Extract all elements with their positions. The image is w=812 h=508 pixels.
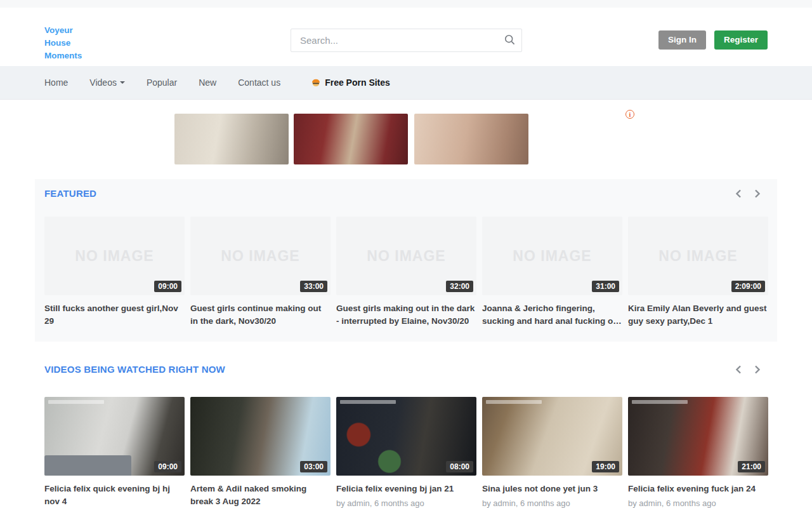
next-arrow-icon[interactable]: [752, 364, 763, 375]
video-thumbnail[interactable]: 09:00: [44, 397, 185, 476]
video-thumbnail[interactable]: NO IMAGE 33:00: [190, 217, 331, 295]
nav-item-free-porn-sites[interactable]: Free Porn Sites: [311, 77, 390, 89]
video-card[interactable]: NO IMAGE 31:00 Joanna & Jericho fingerin…: [482, 217, 622, 328]
video-card[interactable]: 21:00 Felicia felix evening fuck jan 24 …: [628, 397, 768, 508]
search-button[interactable]: [497, 29, 521, 51]
video-title[interactable]: Felicia felix quick evening bj hj nov 4: [44, 483, 185, 508]
video-title[interactable]: Felicia felix evening fuck jan 24: [628, 483, 768, 495]
search-bar: [291, 29, 522, 52]
ad-thumbnail[interactable]: [174, 114, 289, 164]
featured-section-title: FEATURED: [44, 188, 96, 199]
helmet-face-icon: [311, 77, 321, 89]
video-thumbnail[interactable]: NO IMAGE 31:00: [482, 217, 622, 295]
video-thumbnail[interactable]: 03:00: [190, 397, 331, 476]
video-title[interactable]: Still fucks another guest girl,Nov 29: [44, 302, 185, 328]
chevron-down-icon: [120, 81, 125, 84]
no-image-placeholder: NO IMAGE: [221, 248, 299, 265]
cctv-timestamp-overlay: [632, 400, 688, 404]
no-image-placeholder: NO IMAGE: [75, 248, 154, 265]
video-thumbnail[interactable]: 21:00: [628, 397, 768, 476]
video-card[interactable]: 03:00 Artem & Adil naked smoking break 3…: [190, 397, 331, 508]
logo-line-3: Moments: [44, 50, 82, 62]
video-title[interactable]: Artem & Adil naked smoking break 3 Aug 2…: [190, 483, 331, 508]
duration-badge: 08:00: [446, 461, 473, 472]
logo-line-1: Voyeur: [44, 24, 82, 37]
video-card[interactable]: 08:00 Felicia felix evening bj jan 21 by…: [336, 397, 476, 508]
video-thumbnail[interactable]: 19:00: [482, 397, 622, 476]
main-navbar: Home Videos Popular New Contact us: [0, 66, 812, 100]
video-thumbnail[interactable]: NO IMAGE 2:09:00: [628, 217, 768, 295]
nav-item-new[interactable]: New: [199, 77, 216, 88]
duration-badge: 32:00: [446, 281, 473, 292]
nav-item-videos[interactable]: Videos: [89, 77, 125, 88]
auth-buttons: Sign In Register: [658, 30, 768, 50]
carousel-controls: [733, 189, 768, 199]
next-arrow-icon[interactable]: [752, 189, 763, 199]
video-thumbnail[interactable]: 08:00: [336, 397, 476, 476]
nav-item-label: Contact us: [238, 77, 280, 88]
video-title[interactable]: Guest girls continue making out in the d…: [190, 302, 331, 328]
top-strip: [0, 0, 812, 8]
nav-item-label: Videos: [89, 77, 117, 88]
video-title[interactable]: Kira Emily Alan Beverly and guest guy se…: [628, 302, 768, 328]
site-logo[interactable]: Voyeur House Moments: [44, 24, 82, 62]
duration-badge: 09:00: [154, 281, 181, 292]
duration-badge: 19:00: [592, 461, 619, 472]
video-card[interactable]: 09:00 Felicia felix quick evening bj hj …: [44, 397, 185, 508]
video-card[interactable]: 19:00 Sina jules not done yet jun 3 by a…: [482, 397, 622, 508]
duration-badge: 09:00: [154, 461, 181, 472]
nav-item-label: Home: [44, 77, 68, 88]
search-input[interactable]: [291, 35, 497, 46]
ad-thumbnail[interactable]: [414, 114, 528, 164]
video-title[interactable]: Felicia felix evening bj jan 21: [336, 483, 476, 495]
video-card[interactable]: NO IMAGE 2:09:00 Kira Emily Alan Beverly…: [628, 217, 768, 328]
nav-item-popular[interactable]: Popular: [147, 77, 177, 88]
prev-arrow-icon[interactable]: [733, 364, 743, 375]
prev-arrow-icon[interactable]: [733, 189, 743, 199]
nav-item-home[interactable]: Home: [44, 77, 68, 88]
duration-badge: 21:00: [738, 461, 765, 472]
video-meta: by admin, 6 months ago: [628, 498, 768, 508]
ad-info-icon[interactable]: i: [625, 110, 634, 119]
video-title[interactable]: Sina jules not done yet jun 3: [482, 483, 622, 495]
video-meta: by admin, 6 months ago: [482, 498, 622, 508]
nav-item-label: Popular: [147, 77, 177, 88]
search-icon: [504, 34, 515, 47]
featured-section: FEATURED NO IMAGE 09:00 Still fucks anot…: [35, 179, 777, 342]
video-card[interactable]: NO IMAGE 32:00 Guest girls making out in…: [336, 217, 476, 328]
video-meta: by admin, 6 months ago: [336, 498, 476, 508]
watched-section-title: VIDEOS BEING WATCHED RIGHT NOW: [44, 364, 225, 375]
ad-banner-strip: i: [0, 100, 812, 179]
featured-video-list: NO IMAGE 09:00 Still fucks another guest…: [44, 217, 768, 328]
nav-promo-label: Free Porn Sites: [325, 77, 390, 88]
cctv-timestamp-overlay: [486, 400, 542, 404]
cctv-timestamp-overlay: [340, 400, 396, 404]
watched-now-section: VIDEOS BEING WATCHED RIGHT NOW 09:00 Fel…: [35, 342, 777, 508]
ad-thumbnail[interactable]: [294, 114, 408, 164]
cctv-timestamp-overlay: [48, 400, 104, 404]
video-title[interactable]: Guest girls making out in the dark - int…: [336, 302, 476, 328]
carousel-controls: [733, 364, 768, 375]
nav-item-contact-us[interactable]: Contact us: [238, 77, 280, 88]
sign-in-button[interactable]: Sign In: [658, 30, 706, 50]
video-thumbnail[interactable]: NO IMAGE 32:00: [336, 217, 476, 295]
register-button[interactable]: Register: [714, 30, 768, 50]
nav-item-label: New: [199, 77, 216, 88]
logo-line-2: House: [44, 37, 82, 50]
duration-badge: 33:00: [300, 281, 327, 292]
video-title[interactable]: Joanna & Jericho fingering, sucking and …: [482, 302, 622, 328]
watched-video-list: 09:00 Felicia felix quick evening bj hj …: [44, 397, 768, 508]
site-header: Voyeur House Moments Sign In Register: [0, 8, 812, 66]
ad-banner-panel: [174, 114, 636, 164]
video-card[interactable]: NO IMAGE 33:00 Guest girls continue maki…: [190, 217, 331, 328]
duration-badge: 2:09:00: [731, 281, 765, 292]
video-thumbnail[interactable]: NO IMAGE 09:00: [44, 217, 185, 295]
duration-badge: 03:00: [300, 461, 327, 472]
no-image-placeholder: NO IMAGE: [513, 248, 591, 265]
duration-badge: 31:00: [592, 281, 619, 292]
no-image-placeholder: NO IMAGE: [658, 248, 737, 265]
video-card[interactable]: NO IMAGE 09:00 Still fucks another guest…: [44, 217, 185, 328]
no-image-placeholder: NO IMAGE: [367, 248, 445, 265]
